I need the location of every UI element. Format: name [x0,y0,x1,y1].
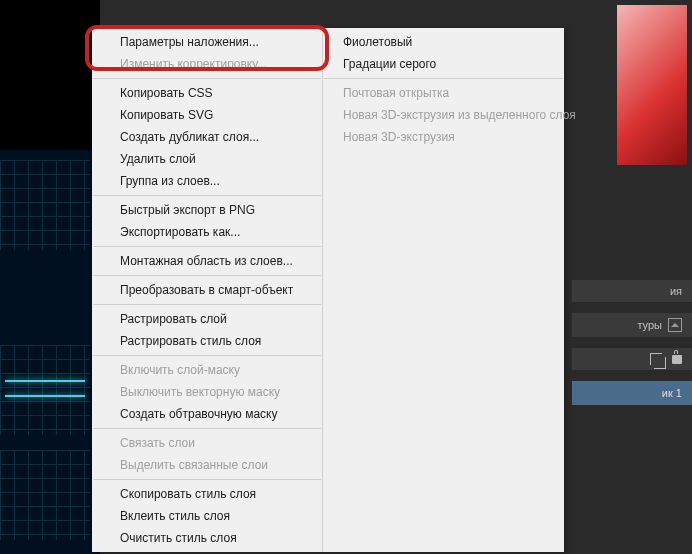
main-menu-item-6[interactable]: Удалить слой [92,148,322,170]
panel-tab-2-label: туры [637,319,662,331]
main-menu-item-24: Выделить связанные слои [92,454,322,476]
main-menu-item-3[interactable]: Копировать CSS [92,82,322,104]
right-panels: ия туры ик 1 [572,280,692,405]
main-menu-item-19: Включить слой-маску [92,359,322,381]
layer-row[interactable]: ик 1 [572,381,692,405]
main-menu-item-14[interactable]: Преобразовать в смарт-объект [92,279,322,301]
main-menu-separator [93,275,321,276]
main-menu-item-20: Выключить векторную маску [92,381,322,403]
context-menu-main-column: Параметры наложения...Изменить корректир… [92,28,322,552]
main-menu-separator [93,479,321,480]
layer-name: ик 1 [662,387,682,399]
panel-tab-2[interactable]: туры [572,313,692,338]
main-menu-item-21[interactable]: Создать обтравочную маску [92,403,322,425]
main-menu-separator [93,355,321,356]
image-icon [668,318,682,332]
sub-menu-item-1[interactable]: Градации серого [323,53,564,75]
sub-menu-item-3: Почтовая открытка [323,82,564,104]
main-menu-item-5[interactable]: Создать дубликат слоя... [92,126,322,148]
context-menu-sub-column: ФиолетовыйГрадации серогоПочтовая открыт… [322,28,564,552]
main-menu-item-10[interactable]: Экспортировать как... [92,221,322,243]
color-gradient-panel[interactable] [617,5,687,165]
main-menu-item-1: Изменить корректировку... [92,53,322,75]
main-menu-separator [93,195,321,196]
panel-tab-1-label: ия [670,285,682,297]
main-menu-item-16[interactable]: Растрировать слой [92,308,322,330]
main-menu-item-4[interactable]: Копировать SVG [92,104,322,126]
layer-context-menu: Параметры наложения...Изменить корректир… [92,28,564,552]
panel-tab-1[interactable]: ия [572,280,692,303]
main-menu-item-17[interactable]: Растрировать стиль слоя [92,330,322,352]
main-menu-separator [93,246,321,247]
main-menu-item-7[interactable]: Группа из слоев... [92,170,322,192]
sub-menu-item-4: Новая 3D-экструзия из выделенного слоя [323,104,564,126]
main-menu-separator [93,428,321,429]
panel-toolbar[interactable] [572,348,692,371]
sub-menu-item-0[interactable]: Фиолетовый [323,31,564,53]
main-menu-item-26[interactable]: Скопировать стиль слоя [92,483,322,505]
canvas-area [0,0,100,554]
sub-menu-separator [324,78,563,79]
main-menu-item-9[interactable]: Быстрый экспорт в PNG [92,199,322,221]
crop-icon[interactable] [650,353,662,365]
main-menu-separator [93,304,321,305]
main-menu-item-12[interactable]: Монтажная область из слоев... [92,250,322,272]
main-menu-item-0[interactable]: Параметры наложения... [92,31,322,53]
lock-icon[interactable] [672,355,682,364]
sub-menu-item-5: Новая 3D-экструзия [323,126,564,148]
main-menu-item-27[interactable]: Вклеить стиль слоя [92,505,322,527]
main-menu-item-28[interactable]: Очистить стиль слоя [92,527,322,549]
main-menu-item-23: Связать слои [92,432,322,454]
main-menu-separator [93,78,321,79]
